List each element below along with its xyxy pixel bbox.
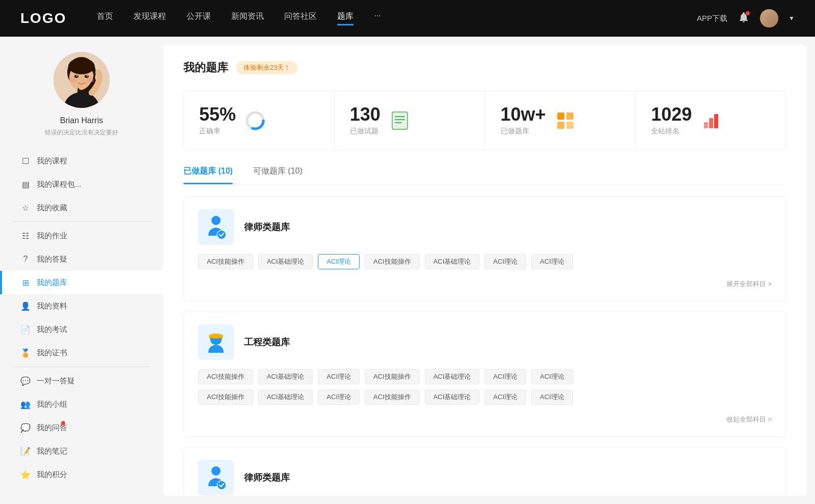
group-icon: 👥 bbox=[20, 399, 31, 409]
eng-tag-2[interactable]: ACI基础理论 bbox=[258, 369, 313, 384]
sidebar-label: 我的题库 bbox=[37, 278, 67, 288]
sidebar-item-questions[interactable]: ? 我的答疑 bbox=[0, 247, 163, 271]
sidebar-item-notes[interactable]: 📝 我的笔记 bbox=[0, 439, 163, 463]
eng-tag-13[interactable]: ACI理论 bbox=[484, 389, 526, 405]
nav-qa[interactable]: 问答社区 bbox=[284, 11, 317, 25]
stat-rank-label: 全站排名 bbox=[651, 127, 692, 136]
sidebar-item-course-packages[interactable]: ▤ 我的课程包... bbox=[0, 173, 163, 196]
tag-2[interactable]: ACI基础理论 bbox=[258, 254, 313, 269]
app-download-button[interactable]: APP下载 bbox=[697, 14, 727, 23]
svg-rect-20 bbox=[557, 122, 564, 129]
tag-7[interactable]: ACI理论 bbox=[531, 254, 573, 269]
bar-chart-svg bbox=[701, 111, 721, 130]
eng-tag-8[interactable]: ACI技能操作 bbox=[198, 389, 253, 405]
stat-questions-done: 130 已做试题 bbox=[335, 91, 485, 150]
svg-point-6 bbox=[87, 77, 94, 82]
tag-5[interactable]: ACI基础理论 bbox=[425, 254, 480, 269]
tag-1[interactable]: ACI技能操作 bbox=[198, 254, 253, 269]
tag-6[interactable]: ACI理论 bbox=[484, 254, 526, 269]
doc-icon: ☷ bbox=[20, 231, 31, 241]
eng-tag-4[interactable]: ACI技能操作 bbox=[365, 369, 420, 384]
avatar-svg bbox=[53, 52, 110, 108]
stat-banks-done: 10w+ 已做题库 bbox=[485, 91, 636, 150]
people-icon: 👤 bbox=[20, 301, 31, 311]
svg-point-4 bbox=[68, 58, 95, 74]
star-icon: ☆ bbox=[20, 203, 31, 213]
eng-tag-12[interactable]: ACI基础理论 bbox=[425, 389, 480, 405]
bank-card-3: 律师类题库 ACI技能操作 ACI基础理论 ACI理论 ACI技能操作 ACI基… bbox=[183, 447, 786, 496]
sidebar-item-homework[interactable]: ☷ 我的作业 bbox=[0, 224, 163, 247]
user-avatar-nav[interactable] bbox=[760, 9, 778, 27]
nav-more[interactable]: ··· bbox=[374, 11, 381, 25]
stat-questions-done-icon bbox=[389, 109, 411, 132]
sidebar-item-my-courses[interactable]: ☐ 我的课程 bbox=[0, 149, 163, 173]
sidebar-item-groups[interactable]: 👥 我的小组 bbox=[0, 393, 163, 416]
qa-icon: 💭 bbox=[20, 423, 31, 433]
svg-rect-19 bbox=[566, 113, 574, 120]
sidebar-item-certificates[interactable]: 🏅 我的证书 bbox=[0, 341, 163, 365]
bank-card-2-collapse[interactable]: 收起全部科目 > bbox=[198, 411, 772, 424]
nav-news[interactable]: 新闻资讯 bbox=[231, 11, 264, 25]
eng-tag-10[interactable]: ACI理论 bbox=[318, 389, 360, 405]
bank-card-2-tags-row1: ACI技能操作 ACI基础理论 ACI理论 ACI技能操作 ACI基础理论 AC… bbox=[198, 369, 772, 384]
nav-discover[interactable]: 发现课程 bbox=[133, 11, 166, 25]
stats-row: 55% 正确率 130 已做试题 bbox=[183, 91, 786, 151]
notification-bell[interactable] bbox=[738, 11, 750, 25]
stat-rank-value: 1029 bbox=[651, 105, 692, 124]
eng-tag-6[interactable]: ACI理论 bbox=[484, 369, 526, 384]
stat-banks-done-label: 已做题库 bbox=[501, 127, 546, 136]
profile-avatar bbox=[53, 52, 110, 108]
logo: LOGO bbox=[20, 10, 66, 26]
grid-icon: ⊞ bbox=[20, 277, 31, 288]
nav-home[interactable]: 首页 bbox=[97, 11, 113, 25]
sidebar-item-favorites[interactable]: ☆ 我的收藏 bbox=[0, 196, 163, 219]
stat-questions-done-value: 130 bbox=[350, 105, 381, 124]
eng-tag-1[interactable]: ACI技能操作 bbox=[198, 369, 253, 384]
chat-icon: 💬 bbox=[20, 376, 31, 386]
nav-links: 首页 发现课程 公开课 新闻资讯 问答社区 题库 ··· bbox=[97, 11, 697, 25]
sidebar-menu: ☐ 我的课程 ▤ 我的课程包... ☆ 我的收藏 ☷ 我的作业 ? 我的答疑 ⊞ bbox=[0, 149, 163, 486]
svg-rect-21 bbox=[566, 122, 574, 129]
bank-card-2-title: 工程类题库 bbox=[244, 336, 290, 348]
avatar-image bbox=[760, 9, 778, 27]
nav-open-course[interactable]: 公开课 bbox=[186, 11, 211, 25]
list-icon-svg bbox=[390, 111, 410, 130]
tabs-row: 已做题库 (10) 可做题库 (10) bbox=[183, 166, 786, 184]
sidebar-label: 一对一答疑 bbox=[37, 376, 75, 386]
sidebar-item-points[interactable]: ⭐ 我的积分 bbox=[0, 463, 163, 486]
trial-badge: 体验剩余23天！ bbox=[236, 61, 297, 74]
sidebar-item-exams[interactable]: 📄 我的考试 bbox=[0, 318, 163, 341]
sidebar-item-question-bank[interactable]: ⊞ 我的题库 bbox=[0, 271, 163, 294]
eng-tag-11[interactable]: ACI技能操作 bbox=[365, 389, 420, 405]
sidebar-item-materials[interactable]: 👤 我的资料 bbox=[0, 294, 163, 318]
eng-tag-3[interactable]: ACI理论 bbox=[318, 369, 360, 384]
nav-questions[interactable]: 题库 bbox=[337, 11, 354, 25]
svg-rect-18 bbox=[557, 113, 564, 120]
points-icon: ⭐ bbox=[20, 469, 31, 480]
tag-3-active[interactable]: ACI理论 bbox=[318, 254, 360, 269]
sidebar-item-tutoring[interactable]: 💬 一对一答疑 bbox=[0, 369, 163, 393]
svg-point-27 bbox=[218, 231, 226, 239]
tab-available[interactable]: 可做题库 (10) bbox=[253, 166, 303, 184]
eng-tag-9[interactable]: ACI基础理论 bbox=[258, 389, 313, 405]
stat-questions-done-label: 已做试题 bbox=[350, 127, 381, 136]
eng-tag-7[interactable]: ACI理论 bbox=[531, 369, 573, 384]
stat-accuracy: 55% 正确率 bbox=[184, 91, 335, 150]
eng-tag-14[interactable]: ACI理论 bbox=[531, 389, 573, 405]
sidebar-label: 我的小组 bbox=[37, 400, 67, 409]
bank-card-3-header: 律师类题库 bbox=[198, 460, 772, 495]
sidebar-item-my-qa[interactable]: 💭 我的问答 bbox=[0, 416, 163, 439]
sidebar-label: 我的收藏 bbox=[37, 203, 67, 213]
svg-point-30 bbox=[209, 333, 223, 339]
sidebar-label: 我的笔记 bbox=[37, 446, 67, 456]
bank-card-1-expand[interactable]: 展开全部科目 > bbox=[198, 275, 772, 289]
eng-tag-5[interactable]: ACI基础理论 bbox=[425, 369, 480, 384]
sidebar-username: Brian Harris bbox=[60, 116, 103, 125]
tab-done[interactable]: 已做题库 (10) bbox=[183, 166, 233, 184]
bank-card-3-icon bbox=[198, 460, 234, 495]
tag-4[interactable]: ACI技能操作 bbox=[365, 254, 420, 269]
svg-point-5 bbox=[69, 77, 76, 82]
user-menu-chevron[interactable]: ▼ bbox=[789, 15, 795, 22]
svg-point-9 bbox=[76, 75, 77, 76]
bank-card-1-title: 律师类题库 bbox=[244, 221, 290, 233]
